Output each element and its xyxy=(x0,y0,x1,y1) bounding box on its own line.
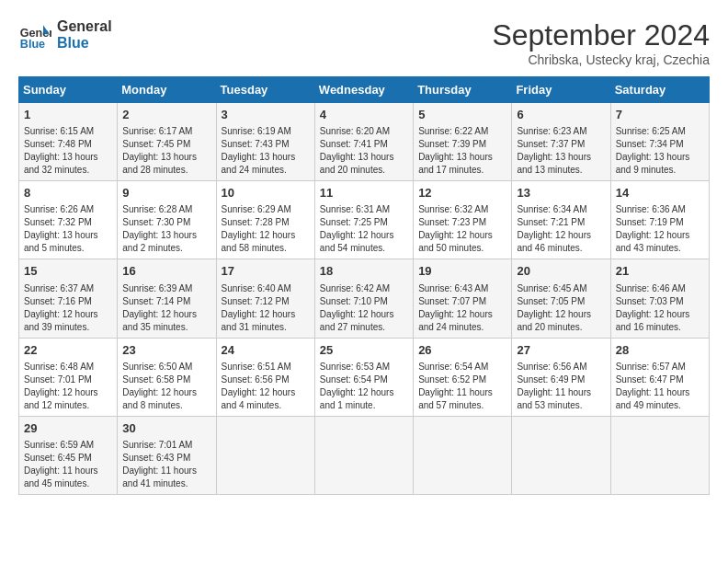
day-info: Sunrise: 6:46 AM Sunset: 7:03 PM Dayligh… xyxy=(616,282,704,334)
calendar-cell: 2Sunrise: 6:17 AM Sunset: 7:45 PM Daylig… xyxy=(118,103,216,181)
day-info: Sunrise: 6:57 AM Sunset: 6:47 PM Dayligh… xyxy=(616,361,704,412)
calendar-cell xyxy=(610,416,709,494)
day-number: 27 xyxy=(517,342,605,359)
day-number: 26 xyxy=(418,342,506,359)
calendar-cell: 12Sunrise: 6:32 AM Sunset: 7:23 PM Dayli… xyxy=(414,181,512,259)
calendar-cell: 9Sunrise: 6:28 AM Sunset: 7:30 PM Daylig… xyxy=(118,181,216,259)
calendar-cell: 26Sunrise: 6:54 AM Sunset: 6:52 PM Dayli… xyxy=(414,338,512,416)
day-number: 17 xyxy=(222,263,310,280)
day-number: 10 xyxy=(222,185,310,201)
calendar-cell: 14Sunrise: 6:36 AM Sunset: 7:19 PM Dayli… xyxy=(610,181,709,259)
day-info: Sunrise: 6:25 AM Sunset: 7:34 PM Dayligh… xyxy=(616,125,704,177)
day-info: Sunrise: 6:54 AM Sunset: 6:52 PM Dayligh… xyxy=(418,361,506,412)
day-number: 29 xyxy=(24,420,112,437)
calendar-cell: 17Sunrise: 6:40 AM Sunset: 7:12 PM Dayli… xyxy=(216,259,314,338)
day-info: Sunrise: 7:01 AM Sunset: 6:43 PM Dayligh… xyxy=(122,439,210,490)
day-info: Sunrise: 6:39 AM Sunset: 7:14 PM Dayligh… xyxy=(122,282,210,334)
calendar-cell: 28Sunrise: 6:57 AM Sunset: 6:47 PM Dayli… xyxy=(610,338,709,416)
day-number: 11 xyxy=(320,185,408,201)
calendar-cell: 23Sunrise: 6:50 AM Sunset: 6:58 PM Dayli… xyxy=(118,338,216,416)
subtitle: Chribska, Ustecky kraj, Czechia xyxy=(492,52,710,67)
day-info: Sunrise: 6:50 AM Sunset: 6:58 PM Dayligh… xyxy=(122,361,210,412)
day-number: 6 xyxy=(517,107,605,123)
day-header-saturday: Saturday xyxy=(610,77,709,103)
day-info: Sunrise: 6:26 AM Sunset: 7:32 PM Dayligh… xyxy=(24,203,112,255)
day-info: Sunrise: 6:40 AM Sunset: 7:12 PM Dayligh… xyxy=(222,282,310,334)
calendar-cell: 25Sunrise: 6:53 AM Sunset: 6:54 PM Dayli… xyxy=(314,338,413,416)
day-number: 15 xyxy=(24,263,112,280)
calendar-cell: 1Sunrise: 6:15 AM Sunset: 7:48 PM Daylig… xyxy=(19,103,118,181)
day-info: Sunrise: 6:36 AM Sunset: 7:19 PM Dayligh… xyxy=(616,203,704,255)
day-number: 1 xyxy=(24,107,112,123)
day-number: 13 xyxy=(517,185,605,201)
day-header-sunday: Sunday xyxy=(19,77,118,103)
day-number: 12 xyxy=(418,185,506,201)
day-info: Sunrise: 6:37 AM Sunset: 7:16 PM Dayligh… xyxy=(24,282,112,334)
day-header-friday: Friday xyxy=(512,77,610,103)
calendar-week-4: 22Sunrise: 6:48 AM Sunset: 7:01 PM Dayli… xyxy=(19,338,710,416)
logo-icon: General Blue xyxy=(18,18,51,52)
day-number: 18 xyxy=(320,263,408,280)
day-number: 7 xyxy=(616,107,704,123)
day-info: Sunrise: 6:22 AM Sunset: 7:39 PM Dayligh… xyxy=(418,125,506,177)
logo-blue: Blue xyxy=(57,35,112,52)
day-number: 24 xyxy=(222,342,310,359)
day-info: Sunrise: 6:31 AM Sunset: 7:25 PM Dayligh… xyxy=(320,203,408,255)
calendar-cell xyxy=(314,416,413,494)
calendar-cell: 21Sunrise: 6:46 AM Sunset: 7:03 PM Dayli… xyxy=(610,259,709,338)
day-header-tuesday: Tuesday xyxy=(216,77,314,103)
title-section: September 2024 Chribska, Ustecky kraj, C… xyxy=(492,18,710,67)
day-info: Sunrise: 6:15 AM Sunset: 7:48 PM Dayligh… xyxy=(24,125,112,177)
day-info: Sunrise: 6:42 AM Sunset: 7:10 PM Dayligh… xyxy=(320,282,408,334)
logo: General Blue General Blue xyxy=(18,18,112,52)
day-number: 23 xyxy=(122,342,210,359)
day-number: 4 xyxy=(320,107,408,123)
calendar-cell: 11Sunrise: 6:31 AM Sunset: 7:25 PM Dayli… xyxy=(314,181,413,259)
day-number: 21 xyxy=(616,263,704,280)
calendar-cell: 20Sunrise: 6:45 AM Sunset: 7:05 PM Dayli… xyxy=(512,259,610,338)
day-number: 9 xyxy=(122,185,210,201)
day-number: 28 xyxy=(616,342,704,359)
day-info: Sunrise: 6:23 AM Sunset: 7:37 PM Dayligh… xyxy=(517,125,605,177)
day-info: Sunrise: 6:28 AM Sunset: 7:30 PM Dayligh… xyxy=(122,203,210,255)
calendar-table: SundayMondayTuesdayWednesdayThursdayFrid… xyxy=(18,76,710,495)
day-number: 25 xyxy=(320,342,408,359)
logo-general: General xyxy=(57,18,112,35)
day-number: 2 xyxy=(122,107,210,123)
day-info: Sunrise: 6:29 AM Sunset: 7:28 PM Dayligh… xyxy=(222,203,310,255)
calendar-cell: 4Sunrise: 6:20 AM Sunset: 7:41 PM Daylig… xyxy=(314,103,413,181)
day-number: 14 xyxy=(616,185,704,201)
day-number: 20 xyxy=(517,263,605,280)
day-header-thursday: Thursday xyxy=(414,77,512,103)
calendar-cell: 29Sunrise: 6:59 AM Sunset: 6:45 PM Dayli… xyxy=(19,416,118,494)
calendar-cell: 8Sunrise: 6:26 AM Sunset: 7:32 PM Daylig… xyxy=(19,181,118,259)
calendar-cell xyxy=(216,416,314,494)
calendar-cell: 22Sunrise: 6:48 AM Sunset: 7:01 PM Dayli… xyxy=(19,338,118,416)
calendar-week-3: 15Sunrise: 6:37 AM Sunset: 7:16 PM Dayli… xyxy=(19,259,710,338)
day-number: 19 xyxy=(418,263,506,280)
calendar-cell: 3Sunrise: 6:19 AM Sunset: 7:43 PM Daylig… xyxy=(216,103,314,181)
day-info: Sunrise: 6:51 AM Sunset: 6:56 PM Dayligh… xyxy=(222,361,310,412)
calendar-week-1: 1Sunrise: 6:15 AM Sunset: 7:48 PM Daylig… xyxy=(19,103,710,181)
day-headers-row: SundayMondayTuesdayWednesdayThursdayFrid… xyxy=(19,77,710,103)
calendar-cell: 16Sunrise: 6:39 AM Sunset: 7:14 PM Dayli… xyxy=(118,259,216,338)
day-number: 30 xyxy=(122,420,210,437)
day-info: Sunrise: 6:34 AM Sunset: 7:21 PM Dayligh… xyxy=(517,203,605,255)
day-number: 8 xyxy=(24,185,112,201)
day-number: 5 xyxy=(418,107,506,123)
calendar-cell: 24Sunrise: 6:51 AM Sunset: 6:56 PM Dayli… xyxy=(216,338,314,416)
day-info: Sunrise: 6:53 AM Sunset: 6:54 PM Dayligh… xyxy=(320,361,408,412)
calendar-cell: 30Sunrise: 7:01 AM Sunset: 6:43 PM Dayli… xyxy=(118,416,216,494)
calendar-week-2: 8Sunrise: 6:26 AM Sunset: 7:32 PM Daylig… xyxy=(19,181,710,259)
calendar-cell: 15Sunrise: 6:37 AM Sunset: 7:16 PM Dayli… xyxy=(19,259,118,338)
day-info: Sunrise: 6:56 AM Sunset: 6:49 PM Dayligh… xyxy=(517,361,605,412)
calendar-cell: 27Sunrise: 6:56 AM Sunset: 6:49 PM Dayli… xyxy=(512,338,610,416)
day-info: Sunrise: 6:19 AM Sunset: 7:43 PM Dayligh… xyxy=(222,125,310,177)
day-number: 16 xyxy=(122,263,210,280)
month-title: September 2024 xyxy=(492,18,710,52)
calendar-cell: 19Sunrise: 6:43 AM Sunset: 7:07 PM Dayli… xyxy=(414,259,512,338)
calendar-cell: 6Sunrise: 6:23 AM Sunset: 7:37 PM Daylig… xyxy=(512,103,610,181)
header: General Blue General Blue September 2024… xyxy=(18,18,710,67)
day-info: Sunrise: 6:20 AM Sunset: 7:41 PM Dayligh… xyxy=(320,125,408,177)
calendar-cell: 18Sunrise: 6:42 AM Sunset: 7:10 PM Dayli… xyxy=(314,259,413,338)
